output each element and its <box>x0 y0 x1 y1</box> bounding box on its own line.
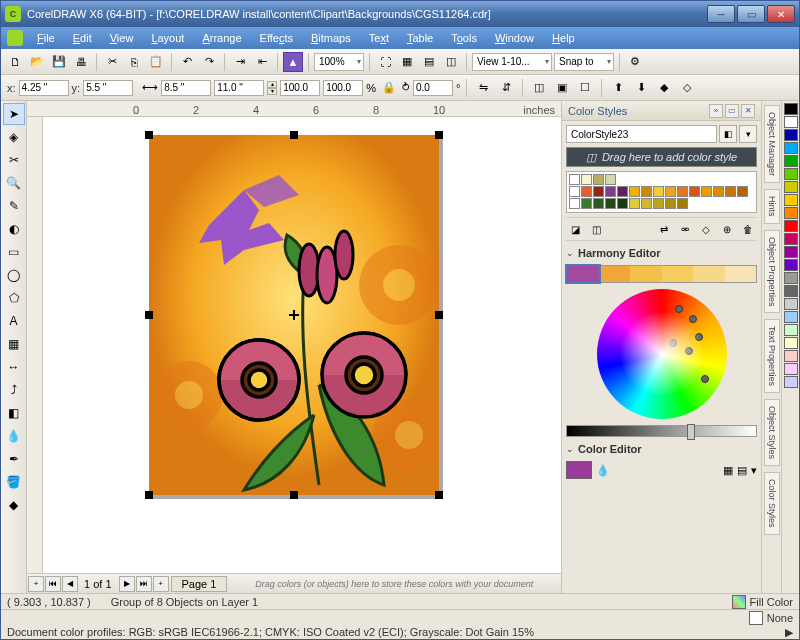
add-page-after-icon[interactable]: + <box>153 576 169 592</box>
swatch[interactable] <box>713 186 724 197</box>
menu-edit[interactable]: Edit <box>65 30 100 46</box>
x-input[interactable] <box>19 80 69 96</box>
mirror-v-icon[interactable]: ⇵ <box>496 78 516 98</box>
swatch[interactable] <box>617 186 628 197</box>
palette-color[interactable] <box>784 285 798 297</box>
palette-color[interactable] <box>784 350 798 362</box>
grid-icon[interactable]: ▤ <box>419 52 439 72</box>
rulers-icon[interactable]: ▦ <box>397 52 417 72</box>
select-unused-icon[interactable]: ◇ <box>697 220 715 238</box>
menu-text[interactable]: Text <box>361 30 397 46</box>
panel-close-icon[interactable]: ✕ <box>741 104 755 118</box>
rectangle-tool[interactable]: ▭ <box>3 241 25 263</box>
open-icon[interactable]: 📂 <box>27 52 47 72</box>
swatch[interactable] <box>653 198 664 209</box>
group-icon[interactable]: ▣ <box>552 78 572 98</box>
palette-color[interactable] <box>784 168 798 180</box>
palette-color[interactable] <box>784 155 798 167</box>
palette-color[interactable] <box>784 363 798 375</box>
selection-center[interactable] <box>289 310 299 320</box>
app-menu-icon[interactable] <box>7 30 23 46</box>
palette-color[interactable] <box>784 298 798 310</box>
dock-tab[interactable]: Text Properties <box>764 319 780 393</box>
to-front-icon[interactable]: ⬆ <box>608 78 628 98</box>
swatch[interactable] <box>605 186 616 197</box>
swatch[interactable] <box>605 174 616 185</box>
page-tab[interactable]: Page 1 <box>171 576 228 592</box>
shape-tool[interactable]: ◈ <box>3 126 25 148</box>
palette-color[interactable] <box>784 246 798 258</box>
swatch[interactable] <box>737 186 748 197</box>
color-style-name-input[interactable] <box>566 125 717 143</box>
lock-ratio-icon[interactable]: 🔒 <box>379 78 399 98</box>
undo-icon[interactable]: ↶ <box>177 52 197 72</box>
wrap-icon[interactable]: ◇ <box>677 78 697 98</box>
menu-file[interactable]: File <box>29 30 63 46</box>
table-tool[interactable]: ▦ <box>3 333 25 355</box>
style-eyedropper-icon[interactable]: ◧ <box>719 125 737 143</box>
ungroup-all-icon[interactable]: ☐ <box>575 78 595 98</box>
scale-x-input[interactable] <box>280 80 320 96</box>
swatch[interactable] <box>569 186 580 197</box>
palette-color[interactable] <box>784 207 798 219</box>
menu-bitmaps[interactable]: Bitmaps <box>303 30 359 46</box>
palette-color[interactable] <box>784 129 798 141</box>
ruler-horizontal[interactable]: 0246810 inches <box>27 101 561 117</box>
width-input[interactable] <box>161 80 211 96</box>
palette-color[interactable] <box>784 272 798 284</box>
menu-layout[interactable]: Layout <box>143 30 192 46</box>
mirror-h-icon[interactable]: ⇋ <box>473 78 493 98</box>
export-icon[interactable]: ⇤ <box>252 52 272 72</box>
palette-color[interactable] <box>784 116 798 128</box>
convert-icon[interactable]: ⇄ <box>655 220 673 238</box>
swatch[interactable] <box>641 186 652 197</box>
height-input[interactable] <box>214 80 264 96</box>
palette-color[interactable] <box>784 181 798 193</box>
dock-tab[interactable]: Object Properties <box>764 230 780 314</box>
swatch[interactable] <box>677 198 688 209</box>
print-icon[interactable]: 🖶 <box>71 52 91 72</box>
color-palette-icon[interactable]: ▤ <box>737 464 747 477</box>
cut-icon[interactable]: ✂ <box>102 52 122 72</box>
ellipse-tool[interactable]: ◯ <box>3 264 25 286</box>
swatch[interactable] <box>629 198 640 209</box>
harmony-swatch[interactable] <box>662 266 694 282</box>
smart-fill-tool[interactable]: ◐ <box>3 218 25 240</box>
delete-icon[interactable]: 🗑 <box>739 220 757 238</box>
harmony-swatch[interactable] <box>693 266 725 282</box>
none-swatch-icon[interactable] <box>749 611 763 625</box>
save-icon[interactable]: 💾 <box>49 52 69 72</box>
redo-icon[interactable]: ↷ <box>199 52 219 72</box>
style-menu-icon[interactable]: ▾ <box>739 125 757 143</box>
eyedropper-tool[interactable]: 💧 <box>3 425 25 447</box>
swatch[interactable] <box>629 186 640 197</box>
drop-hint[interactable]: ◫Drag here to add color style <box>566 147 757 167</box>
menu-arrange[interactable]: Arrange <box>194 30 249 46</box>
swatch[interactable] <box>725 186 736 197</box>
close-button[interactable]: ✕ <box>767 5 795 23</box>
merge-icon[interactable]: ⊕ <box>718 220 736 238</box>
crop-tool[interactable]: ✂ <box>3 149 25 171</box>
last-page-icon[interactable]: ⏭ <box>136 576 152 592</box>
view-preset-select[interactable]: View 1-10... <box>472 53 552 71</box>
swatch[interactable] <box>665 186 676 197</box>
swatch[interactable] <box>617 198 628 209</box>
interactive-tool[interactable]: ◧ <box>3 402 25 424</box>
rotation-input[interactable] <box>413 80 453 96</box>
convert-icon[interactable]: ◆ <box>654 78 674 98</box>
swatch[interactable] <box>701 186 712 197</box>
ruler-vertical[interactable] <box>27 117 43 573</box>
harmony-swatch[interactable] <box>599 266 631 282</box>
publish-icon[interactable]: ▲ <box>283 52 303 72</box>
first-page-icon[interactable]: ⏮ <box>45 576 61 592</box>
swatch[interactable] <box>605 198 616 209</box>
panel-collapse-icon[interactable]: » <box>709 104 723 118</box>
paste-icon[interactable]: 📋 <box>146 52 166 72</box>
palette-color[interactable] <box>784 194 798 206</box>
new-style-icon[interactable]: ◪ <box>566 220 584 238</box>
palette-color[interactable] <box>784 324 798 336</box>
connector-tool[interactable]: ⤴ <box>3 379 25 401</box>
swatch[interactable] <box>653 186 664 197</box>
new-icon[interactable]: 🗋 <box>5 52 25 72</box>
color-editor-header[interactable]: Color Editor <box>566 441 757 457</box>
